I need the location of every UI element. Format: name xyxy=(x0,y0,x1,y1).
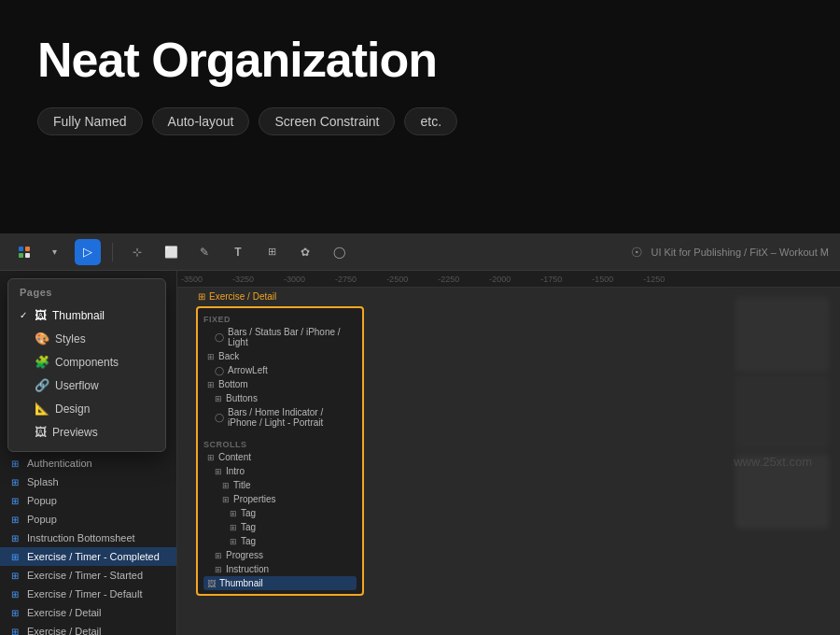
fl-grid-icon4: ⊞ xyxy=(207,453,215,462)
fl-content-label: Content xyxy=(218,452,251,462)
layer-popup2-label: Popup xyxy=(27,514,57,525)
fl-intro[interactable]: ⊞ Intro xyxy=(203,464,357,478)
page-item-styles[interactable]: 🎨 Styles xyxy=(8,327,165,350)
toolbar-text-btn[interactable]: T xyxy=(225,239,251,265)
layer-grid-icon2: ⊞ xyxy=(11,459,22,469)
fl-grid-icon2: ⊞ xyxy=(207,380,215,389)
ruler-mark-2: -3000 xyxy=(284,275,305,284)
page-item-design[interactable]: 📐 Design xyxy=(8,397,165,420)
blur-thumb-2 xyxy=(735,375,829,450)
layer-timer-default[interactable]: ⊞ Exercise / Timer - Default xyxy=(0,585,176,603)
fl-grid-icon3: ⊞ xyxy=(215,394,222,403)
fl-grid-icon9: ⊞ xyxy=(230,523,237,532)
fl-bottom[interactable]: ⊞ Bottom xyxy=(203,377,357,391)
pages-dropdown[interactable]: Pages ✓ 🖼 Thumbnail 🎨 Styles 🧩 Component… xyxy=(7,278,166,452)
svg-rect-0 xyxy=(19,247,23,251)
toolbar-select-btn[interactable]: ▷ xyxy=(75,239,101,265)
fl-arrow[interactable]: ◯ ArrowLeft xyxy=(203,363,357,377)
layer-exercise-detail2[interactable]: ⊞ Exercise / Detail xyxy=(0,622,176,635)
fl-grid-icon1: ⊞ xyxy=(207,352,215,361)
ruler-mark-4: -2500 xyxy=(386,275,408,284)
layer-grid-icon3: ⊞ xyxy=(11,477,22,487)
fl-tag1[interactable]: ⊞ Tag xyxy=(203,506,357,520)
blur-thumb-3 xyxy=(735,454,829,529)
toolbar-pencil-btn[interactable]: ✎ xyxy=(191,239,217,265)
toolbar-rect-btn[interactable]: ⬜ xyxy=(158,239,184,265)
toolbar-frame-btn[interactable]: ⊹ xyxy=(124,239,150,265)
fl-progress-label: Progress xyxy=(226,550,263,560)
ruler-mark-6: -2000 xyxy=(489,275,511,284)
figma-frame[interactable]: ⊞ Exercise / Detail FIXED ◯ Bars / Statu… xyxy=(196,306,364,596)
tag-screen-constraint[interactable]: Screen Constraint xyxy=(259,107,395,135)
ruler-horizontal: -3500 -3250 -3000 -2750 -2500 -2250 -200… xyxy=(177,271,840,288)
svg-rect-3 xyxy=(25,253,30,258)
canvas-content[interactable]: ⊞ Exercise / Detail FIXED ◯ Bars / Statu… xyxy=(177,288,840,635)
blur-thumb-1 xyxy=(735,297,829,372)
page-thumbnail-label: Thumbnail xyxy=(52,309,105,322)
screenshot-area: ▾ ▷ ⊹ ⬜ ✎ T ⊞ ✿ ◯ ☉ UI Kit for Publishin… xyxy=(0,233,840,635)
layer-splash[interactable]: ⊞ Splash xyxy=(0,473,176,491)
page-item-thumbnail[interactable]: ✓ 🖼 Thumbnail xyxy=(8,303,165,327)
ruler-mark-0: -3500 xyxy=(181,275,203,284)
fl-status-bar[interactable]: ◯ Bars / Status Bar / iPhone / Light xyxy=(203,325,357,349)
toolbar-dropdown-btn[interactable]: ▾ xyxy=(41,239,67,265)
layer-popup2[interactable]: ⊞ Popup xyxy=(0,510,176,529)
canvas-area[interactable]: -3500 -3250 -3000 -2750 -2500 -2250 -200… xyxy=(177,271,840,635)
sep1 xyxy=(112,243,113,261)
fl-properties[interactable]: ⊞ Properties xyxy=(203,492,357,506)
frame-title-label: Exercise / Detail xyxy=(209,291,276,302)
svg-rect-1 xyxy=(25,247,30,251)
fl-title[interactable]: ⊞ Title xyxy=(203,478,357,492)
fl-grid-icon8: ⊞ xyxy=(230,509,237,518)
layer-timer-default-label: Exercise / Timer - Default xyxy=(27,588,142,600)
ruler-mark-1: -3250 xyxy=(232,275,254,284)
fl-intro-label: Intro xyxy=(226,466,245,476)
breadcrumb: UI Kit for Publishing / FitX – Workout M xyxy=(651,247,829,258)
page-userflow-label: Userflow xyxy=(55,379,99,392)
fl-tag1-label: Tag xyxy=(241,508,256,518)
page-item-userflow[interactable]: 🔗 Userflow xyxy=(8,374,165,397)
layer-exercise-detail1[interactable]: ⊞ Exercise / Detail xyxy=(0,603,176,622)
ruler-mark-9: -1250 xyxy=(643,275,665,284)
frame-scrolls-section: SCROLLS ⊞ Content ⊞ Intro ⊞ Title xyxy=(198,433,362,594)
layer-grid-icon6: ⊞ xyxy=(11,533,22,543)
tag-auto-layout[interactable]: Auto-layout xyxy=(152,107,250,135)
fl-status-bar-label: Bars / Status Bar / iPhone / Light xyxy=(228,327,353,347)
fl-progress[interactable]: ⊞ Progress xyxy=(203,548,357,562)
fl-thumbnail[interactable]: 🖼 Thumbnail xyxy=(203,576,357,590)
tag-etc[interactable]: etc. xyxy=(404,107,457,135)
fl-buttons[interactable]: ⊞ Buttons xyxy=(203,391,357,405)
layer-timer-started[interactable]: ⊞ Exercise / Timer - Started xyxy=(0,566,176,585)
fl-tag2[interactable]: ⊞ Tag xyxy=(203,520,357,534)
fl-grid-icon5: ⊞ xyxy=(215,467,222,476)
fl-content[interactable]: ⊞ Content xyxy=(203,450,357,464)
toolbar-grid-btn[interactable]: ⊞ xyxy=(259,239,285,265)
layer-authentication[interactable]: ⊞ Authentication xyxy=(0,454,176,473)
fl-properties-label: Properties xyxy=(233,494,276,504)
toolbar-menu-btn[interactable] xyxy=(11,239,37,265)
page-design-label: Design xyxy=(55,402,90,416)
layer-instruction-label: Instruction Bottomsheet xyxy=(27,532,135,543)
layer-grid-icon4: ⊞ xyxy=(11,496,22,506)
figma-toolbar: ▾ ▷ ⊹ ⬜ ✎ T ⊞ ✿ ◯ ☉ UI Kit for Publishin… xyxy=(0,233,840,271)
layer-timer-completed[interactable]: ⊞ Exercise / Timer - Completed xyxy=(0,547,176,566)
toolbar-flower-btn[interactable]: ✿ xyxy=(292,239,318,265)
page-item-previews[interactable]: 🖼 Previews xyxy=(8,420,165,444)
fl-thumbnail-label: Thumbnail xyxy=(219,578,263,588)
layer-exercise-detail2-label: Exercise / Detail xyxy=(27,626,101,635)
fl-home-indicator[interactable]: ◯ Bars / Home Indicator / iPhone / Light… xyxy=(203,405,357,430)
fl-instruction[interactable]: ⊞ Instruction xyxy=(203,562,357,576)
page-item-components[interactable]: 🧩 Components xyxy=(8,350,165,374)
fl-back[interactable]: ⊞ Back xyxy=(203,349,357,363)
layer-popup1-label: Popup xyxy=(27,495,57,506)
fl-circle-icon3: ◯ xyxy=(215,413,224,422)
toolbar-circle-btn[interactable]: ◯ xyxy=(326,239,352,265)
fl-tag3[interactable]: ⊞ Tag xyxy=(203,534,357,548)
page-components-label: Components xyxy=(55,356,119,369)
userflow-icon: 🔗 xyxy=(35,378,49,392)
tag-fully-named[interactable]: Fully Named xyxy=(37,107,143,135)
toolbar-left: ▾ xyxy=(11,239,67,265)
layer-instruction[interactable]: ⊞ Instruction Bottomsheet xyxy=(0,529,176,547)
layer-popup1[interactable]: ⊞ Popup xyxy=(0,491,176,510)
fl-arrow-label: ArrowLeft xyxy=(228,365,268,375)
